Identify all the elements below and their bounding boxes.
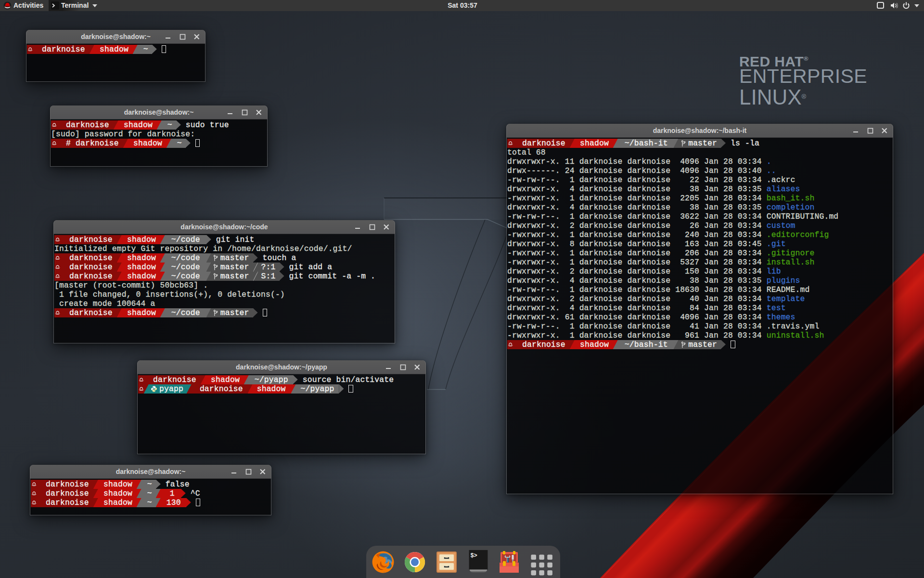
svg-text:$>: $> <box>470 552 477 559</box>
